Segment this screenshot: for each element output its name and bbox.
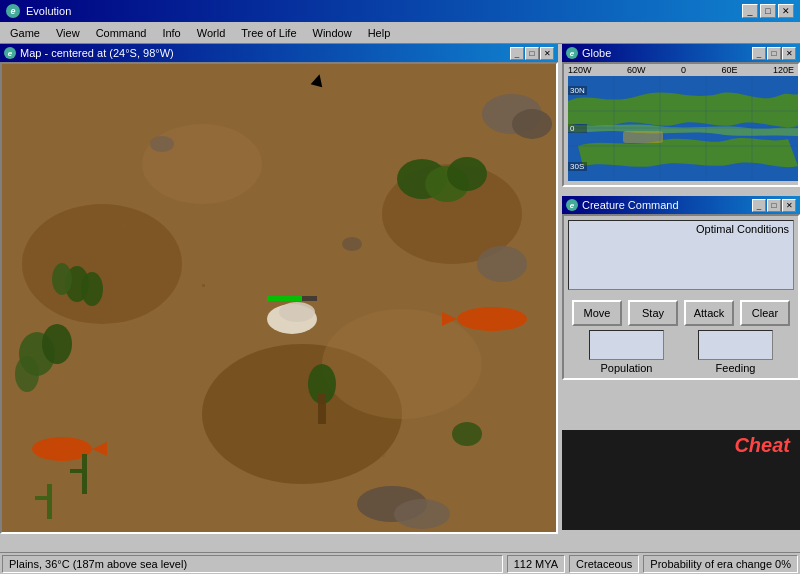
globe-svg <box>568 76 798 181</box>
globe-title: Globe <box>582 47 611 59</box>
globe-lon-0: 0 <box>681 65 686 75</box>
globe-lat-0: 0 <box>568 124 587 133</box>
svg-rect-38 <box>122 224 125 227</box>
svg-rect-42 <box>623 131 663 143</box>
svg-point-2 <box>22 204 182 324</box>
globe-lat-30s: 30S <box>568 162 587 171</box>
globe-window: e Globe _ □ ✕ 120W 60W 0 60E 120E <box>562 44 800 194</box>
map-close-button[interactable]: ✕ <box>540 47 554 60</box>
svg-point-36 <box>150 136 174 152</box>
creature-body: Optimal Conditions Move Stay Attack Clea… <box>562 214 800 380</box>
maximize-button[interactable]: □ <box>760 4 776 18</box>
svg-point-22 <box>447 157 487 191</box>
close-button[interactable]: ✕ <box>778 4 794 18</box>
feeding-box <box>698 330 773 360</box>
status-terrain-text: Plains, 36°C (187m above sea level) <box>9 558 187 570</box>
minimize-button[interactable]: _ <box>742 4 758 18</box>
clear-button[interactable]: Clear <box>740 300 790 326</box>
creature-close-button[interactable]: ✕ <box>782 199 796 212</box>
map-window-icon: e <box>4 47 16 59</box>
map-window: e Map - centered at (24°S, 98°W) _ □ ✕ <box>0 44 558 534</box>
population-label: Population <box>601 362 653 374</box>
globe-lon-120e: 120E <box>773 65 794 75</box>
status-mya: 112 MYA <box>507 555 565 573</box>
map-body <box>0 62 558 534</box>
feeding-label: Feeding <box>716 362 756 374</box>
svg-point-29 <box>279 302 315 322</box>
svg-point-13 <box>42 324 72 364</box>
cheat-area: Cheat <box>562 430 800 530</box>
map-title: Map - centered at (24°S, 98°W) <box>20 47 174 59</box>
menu-window[interactable]: Window <box>307 25 358 41</box>
main-content: e Map - centered at (24°S, 98°W) _ □ ✕ <box>0 44 800 552</box>
svg-point-11 <box>394 499 450 529</box>
menu-command[interactable]: Command <box>90 25 153 41</box>
menu-game[interactable]: Game <box>4 25 46 41</box>
svg-rect-19 <box>318 394 326 424</box>
globe-lon-60w: 60W <box>627 65 646 75</box>
globe-lon-60e: 60E <box>721 65 737 75</box>
svg-rect-34 <box>47 484 52 519</box>
creature-window-icon: e <box>566 199 578 211</box>
svg-point-14 <box>15 356 39 392</box>
globe-maximize-button[interactable]: □ <box>767 47 781 60</box>
menu-world[interactable]: World <box>191 25 232 41</box>
globe-map-container[interactable]: 30N 0 30S <box>568 76 794 183</box>
svg-rect-39 <box>202 284 205 287</box>
app-title: Evolution <box>26 5 71 17</box>
status-era: Cretaceous <box>569 555 639 573</box>
globe-body: 120W 60W 0 60E 120E <box>562 62 800 187</box>
creature-title: Creature Command <box>582 199 679 211</box>
app-titlebar: e Evolution _ □ ✕ <box>0 0 800 22</box>
pop-feed-area: Population Feeding <box>564 328 798 378</box>
menu-treeoflife[interactable]: Tree of Life <box>235 25 302 41</box>
status-probability-text: Probability of era change 0% <box>650 558 791 570</box>
svg-rect-33 <box>70 469 82 473</box>
map-maximize-button[interactable]: □ <box>525 47 539 60</box>
population-item: Population <box>589 330 664 374</box>
globe-lat-30n: 30N <box>568 86 587 95</box>
svg-point-16 <box>52 263 72 295</box>
map-minimize-button[interactable]: _ <box>510 47 524 60</box>
cheat-label: Cheat <box>734 434 790 457</box>
status-terrain: Plains, 36°C (187m above sea level) <box>2 555 503 573</box>
creature-maximize-button[interactable]: □ <box>767 199 781 212</box>
map-titlebar: e Map - centered at (24°S, 98°W) _ □ ✕ <box>0 44 558 62</box>
globe-lon-120w: 120W <box>568 65 592 75</box>
svg-point-8 <box>512 109 552 139</box>
move-button[interactable]: Move <box>572 300 622 326</box>
svg-point-5 <box>142 124 262 204</box>
stay-button[interactable]: Stay <box>628 300 678 326</box>
optimal-conditions-label: Optimal Conditions <box>696 223 789 235</box>
svg-point-9 <box>477 246 527 282</box>
globe-window-icon: e <box>566 47 578 59</box>
map-terrain-svg <box>2 64 556 532</box>
globe-lon-labels: 120W 60W 0 60E 120E <box>564 64 798 76</box>
svg-point-23 <box>452 422 482 446</box>
globe-minimize-button[interactable]: _ <box>752 47 766 60</box>
menu-bar: Game View Command Info World Tree of Lif… <box>0 22 800 44</box>
menu-view[interactable]: View <box>50 25 86 41</box>
svg-point-37 <box>342 237 362 251</box>
creature-command-window: e Creature Command _ □ ✕ Optimal Conditi… <box>562 196 800 426</box>
status-mya-text: 112 MYA <box>514 558 558 570</box>
creature-titlebar: e Creature Command _ □ ✕ <box>562 196 800 214</box>
svg-point-26 <box>457 307 527 331</box>
status-bar: Plains, 36°C (187m above sea level) 112 … <box>0 552 800 574</box>
svg-point-6 <box>322 309 482 419</box>
app-icon: e <box>6 4 20 18</box>
globe-titlebar: e Globe _ □ ✕ <box>562 44 800 62</box>
svg-rect-31 <box>267 296 302 301</box>
globe-close-button[interactable]: ✕ <box>782 47 796 60</box>
creature-minimize-button[interactable]: _ <box>752 199 766 212</box>
svg-rect-35 <box>35 496 47 500</box>
menu-info[interactable]: Info <box>156 25 186 41</box>
svg-point-17 <box>81 272 103 306</box>
map-area[interactable] <box>2 64 556 532</box>
optimal-conditions-panel: Optimal Conditions <box>568 220 794 290</box>
population-box <box>589 330 664 360</box>
titlebar-buttons: _ □ ✕ <box>742 4 794 18</box>
menu-help[interactable]: Help <box>362 25 397 41</box>
svg-rect-32 <box>82 454 87 494</box>
attack-button[interactable]: Attack <box>684 300 734 326</box>
